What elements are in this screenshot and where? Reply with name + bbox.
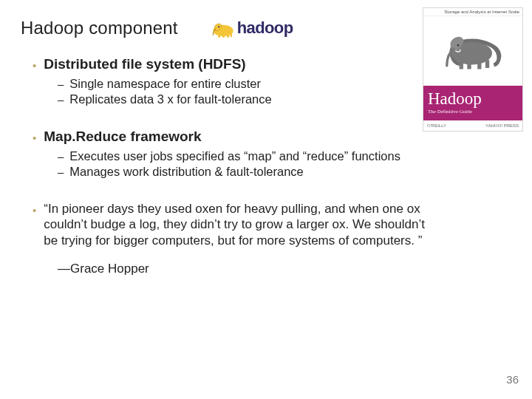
book-band: Hadoop The Definitive Guide — [423, 86, 522, 120]
sub-text: Manages work distribution & fault-tolera… — [69, 165, 303, 179]
dash-icon: – — [58, 150, 64, 163]
book-publisher-right: YAHOO! PRESS — [485, 123, 519, 128]
sub-text: Executes user jobs specified as “map” an… — [69, 149, 400, 163]
hadoop-logo: hadoop — [211, 18, 293, 38]
book-footer: O'REILLY YAHOO! PRESS — [423, 120, 522, 131]
book-cover: Storage and Analysis at Internet Scale — [423, 7, 523, 132]
list-item: – Replicates data 3 x for fault-toleranc… — [58, 92, 434, 106]
quote-attribution: —Grace Hopper — [33, 262, 434, 276]
list-item: – Executes user jobs specified as “map” … — [58, 149, 434, 163]
section-heading: Distributed file system (HDFS) — [44, 56, 245, 72]
svg-point-7 — [457, 44, 459, 46]
section-mapreduce: • Map.Reduce framework – Executes user j… — [33, 129, 434, 179]
bullet-disc-icon: • — [33, 205, 36, 216]
svg-point-1 — [218, 26, 219, 27]
sub-text: Single namespace for entire cluster — [69, 77, 261, 91]
section-hdfs: • Distributed file system (HDFS) – Singl… — [33, 56, 434, 106]
list-item: – Manages work distribution & fault-tole… — [58, 165, 434, 179]
elephant-icon — [439, 28, 507, 74]
book-animal — [423, 16, 522, 86]
bullet-row: • Distributed file system (HDFS) — [33, 56, 434, 72]
book-publisher-left: O'REILLY — [427, 123, 446, 128]
dash-icon: – — [58, 93, 64, 106]
svg-rect-4 — [227, 35, 229, 38]
list-item: – Single namespace for entire cluster — [58, 77, 434, 91]
svg-rect-11 — [485, 60, 489, 68]
book-subtitle: The Definitive Guide — [428, 109, 518, 115]
bullet-row: • Map.Reduce framework — [33, 129, 434, 145]
bullet-disc-icon: • — [33, 132, 36, 143]
hadoop-wordmark: hadoop — [237, 20, 293, 36]
quote-text: “In pioneer days they used oxen for heav… — [44, 201, 434, 248]
svg-rect-2 — [218, 35, 220, 38]
slide-title: Hadoop component — [21, 18, 178, 38]
svg-rect-3 — [222, 35, 225, 38]
section-quote: • “In pioneer days they used oxen for he… — [33, 201, 434, 276]
section-heading: Map.Reduce framework — [44, 129, 201, 145]
book-top: Storage and Analysis at Internet Scale — [423, 8, 522, 86]
svg-rect-9 — [467, 61, 471, 69]
svg-rect-5 — [230, 34, 232, 37]
dash-icon: – — [58, 78, 64, 90]
dash-icon: – — [58, 166, 64, 178]
hadoop-elephant-icon — [211, 18, 236, 38]
sub-list: – Executes user jobs specified as “map” … — [33, 149, 434, 179]
content: • Distributed file system (HDFS) – Singl… — [21, 56, 434, 276]
sub-text: Replicates data 3 x for fault-tolerance — [69, 92, 271, 106]
page-number: 36 — [506, 373, 519, 386]
svg-rect-10 — [477, 61, 481, 69]
book-header: Storage and Analysis at Internet Scale — [423, 8, 522, 16]
book-title: Hadoop — [428, 90, 518, 107]
bullet-disc-icon: • — [33, 60, 36, 71]
bullet-row: • “In pioneer days they used oxen for he… — [33, 201, 434, 248]
sub-list: – Single namespace for entire cluster – … — [33, 77, 434, 106]
svg-rect-8 — [460, 61, 463, 69]
